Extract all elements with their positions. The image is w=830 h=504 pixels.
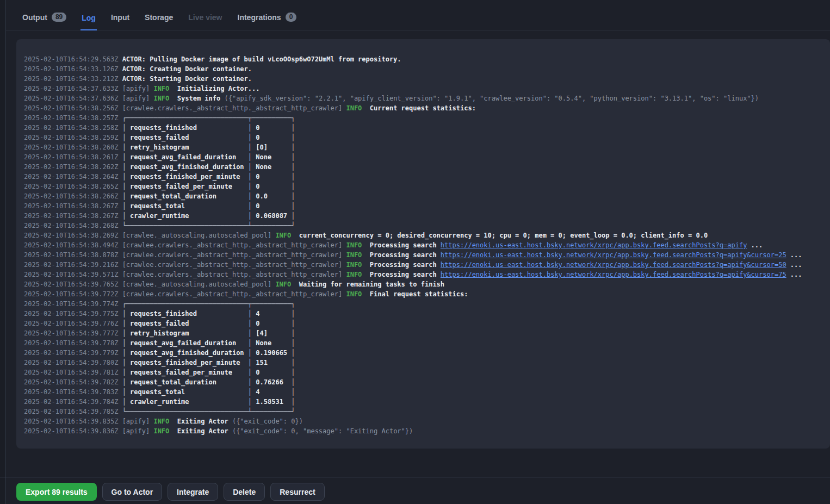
log-line: 2025-02-10T16:54:38.265Z │ requests_fail… [24,182,822,191]
log-line: 2025-02-10T16:54:38.494Z [crawlee.crawle… [24,240,822,250]
action-bar: Export 89 results Go to Actor Integrate … [16,483,325,501]
left-edge-divider [0,0,6,504]
log-line: 2025-02-10T16:54:39.765Z [crawlee._autos… [24,279,822,289]
log-line: 2025-02-10T16:54:39.777Z │ retry_histogr… [24,328,822,338]
log-line: 2025-02-10T16:54:39.782Z │ request_total… [24,377,822,387]
log-line: 2025-02-10T16:54:39.836Z [apify] INFO Ex… [24,426,822,436]
log-line: 2025-02-10T16:54:39.785Z └──────────────… [24,407,822,416]
tab-input[interactable]: Input [110,13,131,30]
tab-integrations[interactable]: Integrations 0 [237,13,298,30]
log-panel: 2025-02-10T16:54:29.563Z ACTOR: Pulling … [16,39,830,449]
log-line: 2025-02-10T16:54:37.633Z [apify] INFO In… [24,84,822,94]
log-line: 2025-02-10T16:54:38.266Z │ request_total… [24,191,822,201]
log-line: 2025-02-10T16:54:38.878Z [crawlee.crawle… [24,250,822,260]
log-line: 2025-02-10T16:54:38.262Z │ request_avg_f… [24,162,822,172]
tab-log[interactable]: Log [80,14,97,30]
log-link[interactable]: https://enoki.us-east.host.bsky.network/… [441,251,786,259]
log-line: 2025-02-10T16:54:39.779Z │ request_avg_f… [24,348,822,358]
log-line: 2025-02-10T16:54:39.778Z │ request_avg_f… [24,338,822,348]
log-line: 2025-02-10T16:54:39.835Z [apify] INFO Ex… [24,416,822,426]
tab-live-view: Live view [187,13,223,30]
log-line: 2025-02-10T16:54:39.783Z │ requests_tota… [24,387,822,397]
log-line: 2025-02-10T16:54:39.781Z │ requests_fail… [24,368,822,377]
tab-storage[interactable]: Storage [144,13,174,30]
integrations-count-badge: 0 [286,13,297,22]
integrate-button[interactable]: Integrate [168,483,218,501]
log-link[interactable]: https://enoki.us-east.host.bsky.network/… [441,271,786,278]
log-line: 2025-02-10T16:54:37.636Z [apify] INFO Sy… [24,94,822,103]
tab-input-label: Input [111,13,129,22]
delete-button[interactable]: Delete [224,483,265,501]
log-line: 2025-02-10T16:54:38.260Z │ retry_histogr… [24,142,822,152]
go-to-actor-button[interactable]: Go to Actor [102,483,162,501]
log-content: 2025-02-10T16:54:29.563Z ACTOR: Pulling … [24,54,822,436]
log-line: 2025-02-10T16:54:39.216Z [crawlee.crawle… [24,260,822,270]
log-line: 2025-02-10T16:54:39.780Z │ requests_fini… [24,358,822,368]
log-line: 2025-02-10T16:54:38.257Z ┌──────────────… [24,113,822,123]
log-line: 2025-02-10T16:54:38.267Z │ requests_tota… [24,201,822,211]
log-line: 2025-02-10T16:54:38.259Z │ requests_fail… [24,133,822,142]
log-line: 2025-02-10T16:54:38.267Z │ crawler_runti… [24,211,822,221]
tab-integrations-label: Integrations [238,13,281,22]
resurrect-button[interactable]: Resurrect [270,483,324,501]
log-line: 2025-02-10T16:54:39.775Z │ requests_fini… [24,309,822,319]
log-line: 2025-02-10T16:54:38.261Z │ request_avg_f… [24,152,822,162]
tab-output-label: Output [22,13,47,22]
tab-storage-label: Storage [145,13,173,22]
run-tabbar: Output 89 Log Input Storage Live view In… [6,0,830,30]
log-line: 2025-02-10T16:54:39.776Z │ requests_fail… [24,319,822,328]
log-line: 2025-02-10T16:54:33.212Z ACTOR: Starting… [24,74,822,84]
export-results-button[interactable]: Export 89 results [16,483,97,501]
log-line: 2025-02-10T16:54:39.571Z [crawlee.crawle… [24,270,822,279]
output-count-badge: 89 [52,13,66,22]
bottom-divider [0,477,830,477]
log-line: 2025-02-10T16:54:33.126Z ACTOR: Creating… [24,64,822,74]
log-link[interactable]: https://enoki.us-east.host.bsky.network/… [441,261,786,269]
log-line: 2025-02-10T16:54:38.258Z │ requests_fini… [24,123,822,133]
tab-log-label: Log [82,14,96,22]
tab-output[interactable]: Output 89 [21,13,67,30]
tab-live-view-label: Live view [188,13,222,22]
log-line: 2025-02-10T16:54:29.563Z ACTOR: Pulling … [24,54,822,64]
log-line: 2025-02-10T16:54:38.268Z └──────────────… [24,221,822,231]
log-line: 2025-02-10T16:54:39.784Z │ crawler_runti… [24,397,822,407]
log-line: 2025-02-10T16:54:39.774Z ┌──────────────… [24,299,822,309]
log-line: 2025-02-10T16:54:38.269Z [crawlee._autos… [24,231,822,240]
log-line: 2025-02-10T16:54:38.256Z [crawlee.crawle… [24,103,822,113]
log-line: 2025-02-10T16:54:39.772Z [crawlee.crawle… [24,289,822,299]
log-line: 2025-02-10T16:54:38.264Z │ requests_fini… [24,172,822,182]
log-link[interactable]: https://enoki.us-east.host.bsky.network/… [441,241,747,249]
